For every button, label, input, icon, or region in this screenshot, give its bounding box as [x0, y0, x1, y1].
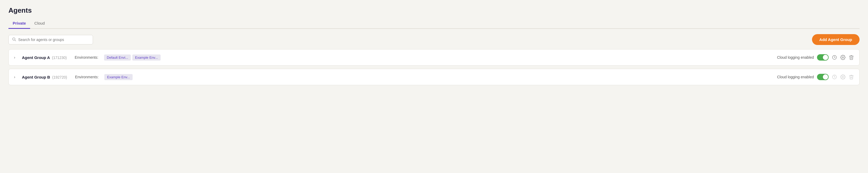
expand-chevron-icon[interactable]: › [14, 75, 18, 79]
group-id: (171230) [52, 56, 67, 60]
group-name: Agent Group A (171230) [22, 55, 67, 60]
delete-icon[interactable] [849, 74, 854, 80]
env-tag[interactable]: Default Envi... [104, 55, 131, 61]
cloud-logging-toggle[interactable] [817, 74, 829, 80]
environments-label: Environments: [75, 75, 98, 79]
search-box[interactable] [8, 35, 93, 45]
cloud-logging-toggle[interactable] [817, 54, 829, 61]
svg-point-5 [842, 77, 844, 78]
history-icon[interactable] [832, 55, 837, 60]
settings-icon[interactable] [840, 74, 845, 80]
environments-label: Environments: [75, 55, 98, 59]
page-title: Agents [8, 6, 860, 15]
env-tag[interactable]: Example Env... [104, 74, 132, 80]
env-tags: Default Envi... Example Env... [104, 55, 160, 61]
tabs-container: Private Cloud [8, 19, 860, 29]
cloud-logging-label: Cloud logging enabled [777, 75, 814, 79]
svg-point-3 [842, 57, 844, 58]
search-input[interactable] [18, 37, 90, 42]
tab-cloud[interactable]: Cloud [30, 19, 49, 29]
group-right-section: Cloud logging enabled [777, 54, 854, 61]
env-tag[interactable]: Example Env... [132, 55, 160, 61]
cloud-logging-label: Cloud logging enabled [777, 55, 814, 59]
expand-chevron-icon[interactable]: › [14, 55, 18, 59]
add-agent-group-button[interactable]: Add Agent Group [812, 34, 860, 45]
agent-group-card: › Agent Group A (171230) Environments: D… [8, 49, 860, 66]
group-left-section: › Agent Group B (192720) Environments: E… [14, 74, 133, 80]
tab-private[interactable]: Private [8, 19, 30, 29]
toolbar: Add Agent Group [8, 34, 860, 45]
history-icon[interactable] [832, 74, 837, 80]
group-id: (192720) [52, 75, 67, 79]
settings-icon[interactable] [840, 55, 845, 60]
svg-line-1 [15, 40, 16, 41]
delete-icon[interactable] [849, 55, 854, 60]
group-name: Agent Group B (192720) [22, 75, 67, 79]
env-tags: Example Env... [104, 74, 132, 80]
group-left-section: › Agent Group A (171230) Environments: D… [14, 55, 161, 61]
agent-group-card: › Agent Group B (192720) Environments: E… [8, 69, 860, 85]
search-icon [12, 37, 16, 42]
group-right-section: Cloud logging enabled [777, 74, 854, 80]
